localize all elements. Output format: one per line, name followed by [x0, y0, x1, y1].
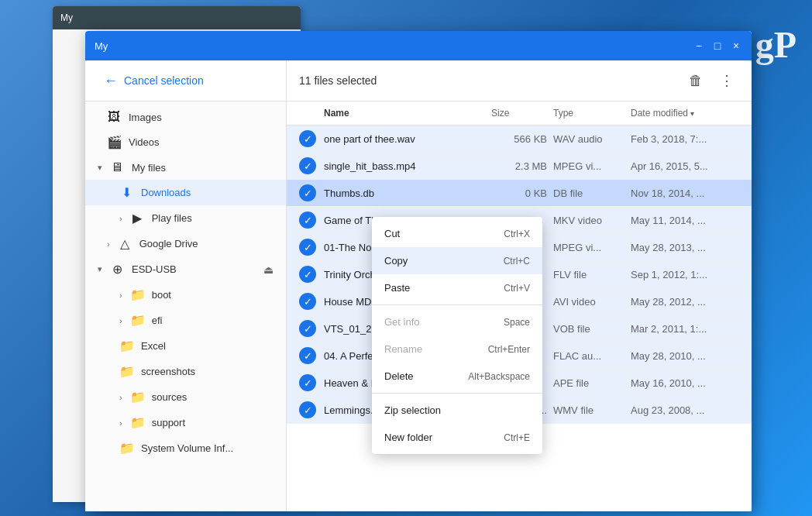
sidebar-item-label: ESD-USB	[132, 263, 177, 275]
file-name: single_hit_bass.mp4	[324, 160, 491, 172]
context-menu-copy[interactable]: Copy Ctrl+C	[372, 247, 542, 274]
folder-icon: 📁	[119, 339, 133, 353]
folder-icon: 📁	[130, 390, 144, 404]
gp-logo: gP	[755, 23, 797, 66]
checkbox-checked: ✓	[299, 184, 316, 201]
titlebar-controls: − □ ×	[693, 40, 742, 52]
usb-icon: ⊕	[110, 262, 124, 277]
context-menu-getinfo: Get info Space	[372, 308, 542, 335]
sidebar-item-label: Videos	[129, 136, 160, 148]
checkbox-checked: ✓	[299, 239, 316, 256]
delete-shortcut: Alt+Backspace	[468, 371, 530, 382]
files-selected-label: 11 files selected	[299, 74, 377, 87]
col-size-header: Size	[491, 108, 553, 119]
table-row[interactable]: ✓ single_hit_bass.mp4 2.3 MB MPEG vi... …	[287, 153, 752, 180]
checkbox-checked: ✓	[299, 157, 316, 174]
sidebar-item-support[interactable]: › 📁 support	[85, 410, 286, 435]
table-row[interactable]: ✓ one part of thee.wav 566 KB WAV audio …	[287, 126, 752, 153]
sidebar-item-screenshots[interactable]: 📁 screenshots	[85, 359, 286, 384]
checkbox-checked: ✓	[299, 347, 316, 364]
sidebar-item-label: sources	[152, 391, 188, 403]
col-type-header: Type	[553, 108, 631, 119]
titlebar-left: My	[95, 40, 108, 52]
newfolder-label: New folder	[384, 432, 432, 443]
eject-icon[interactable]: ⏏	[263, 263, 274, 276]
window-body-inner: 🖼 Images 🎬 Videos ▾ 🖥 My files ⬇	[85, 101, 752, 511]
file-type: MKV video	[553, 215, 631, 226]
context-menu-zip[interactable]: Zip selection	[372, 397, 542, 424]
sidebar-item-label: efi	[152, 315, 163, 326]
checkbox-checked: ✓	[299, 320, 316, 337]
file-type: MPEG vi...	[553, 160, 631, 172]
sidebar-item-playfiles[interactable]: › ▶ Play files	[85, 205, 286, 231]
file-date: May 11, 2014, ...	[631, 215, 739, 226]
rename-label: Rename	[384, 343, 422, 355]
maximize-button[interactable]: □	[711, 40, 724, 52]
file-type: DB file	[553, 187, 631, 199]
context-menu-cut[interactable]: Cut Ctrl+X	[372, 220, 542, 247]
table-row[interactable]: ✓ Thumbs.db 0 KB DB file Nov 18, 2014, .…	[287, 180, 752, 207]
more-options-button[interactable]: ⋮	[714, 68, 739, 93]
titlebar-title: My	[95, 40, 108, 52]
sidebar-item-systemvolume[interactable]: 📁 System Volume Inf...	[85, 435, 286, 461]
file-size: 566 KB	[491, 133, 553, 145]
download-icon: ⬇	[119, 185, 133, 200]
file-date: May 28, 2012, ...	[631, 296, 739, 308]
file-date: Nov 18, 2014, ...	[631, 187, 739, 199]
sidebar-item-label: Play files	[152, 212, 192, 224]
delete-button[interactable]: 🗑	[683, 68, 708, 93]
file-date: Apr 16, 2015, 5...	[631, 160, 739, 172]
sidebar-item-excel[interactable]: 📁 Excel	[85, 333, 286, 359]
sidebar-item-efi[interactable]: › 📁 efi	[85, 308, 286, 333]
expand-icon: ›	[107, 239, 110, 249]
close-button[interactable]: ×	[730, 40, 742, 52]
sidebar-item-images[interactable]: 🖼 Images	[85, 105, 286, 129]
minimize-button[interactable]: −	[693, 40, 705, 52]
play-icon: ▶	[130, 211, 144, 225]
getinfo-label: Get info	[384, 316, 420, 328]
sidebar-item-googledrive[interactable]: › △ Google Drive	[85, 231, 286, 256]
context-menu-paste[interactable]: Paste Ctrl+V	[372, 274, 542, 301]
back-arrow-icon: ←	[104, 74, 118, 88]
sidebar-item-label: Google Drive	[139, 238, 198, 249]
file-name: one part of thee.wav	[324, 133, 491, 145]
context-menu-newfolder[interactable]: New folder Ctrl+E	[372, 424, 542, 451]
sidebar-item-downloads[interactable]: ⬇ Downloads	[85, 180, 286, 205]
copy-label: Copy	[384, 255, 408, 267]
sidebar: 🖼 Images 🎬 Videos ▾ 🖥 My files ⬇	[85, 101, 287, 511]
sidebar-item-esdusb[interactable]: ▾ ⊕ ESD-USB ⏏	[85, 256, 286, 282]
context-menu-delete[interactable]: Delete Alt+Backspace	[372, 363, 542, 390]
sort-icon: ▾	[690, 109, 694, 118]
sidebar-item-videos[interactable]: 🎬 Videos	[85, 129, 286, 155]
file-type: FLAC au...	[553, 350, 631, 362]
file-type: FLV file	[553, 269, 631, 280]
file-date: Feb 3, 2018, 7:...	[631, 133, 739, 145]
sidebar-item-boot[interactable]: › 📁 boot	[85, 282, 286, 308]
sidebar-item-label: System Volume Inf...	[141, 442, 233, 454]
file-date: May 16, 2010, ...	[631, 377, 739, 389]
file-size: 2.3 MB	[491, 160, 553, 172]
sidebar-item-label: screenshots	[141, 366, 195, 377]
sidebar-item-sources[interactable]: › 📁 sources	[85, 384, 286, 410]
file-type: APE file	[553, 377, 631, 389]
checkbox-checked: ✓	[299, 374, 316, 391]
sidebar-item-myfiles[interactable]: ▾ 🖥 My files	[85, 155, 286, 180]
checkbox-checked: ✓	[299, 266, 316, 283]
file-size: 0 KB	[491, 187, 553, 199]
file-date: May 28, 2013, ...	[631, 242, 739, 253]
file-type: AVI video	[553, 296, 631, 308]
sidebar-item-label: support	[152, 417, 185, 428]
checkbox-checked: ✓	[299, 293, 316, 310]
titlebar: My − □ ×	[85, 31, 752, 60]
right-panel: Name Size Type Date modified ▾ ✓ one par…	[287, 101, 752, 511]
bg-window-title: My	[60, 12, 73, 23]
file-type: WMV file	[553, 404, 631, 416]
file-type: MPEG vi...	[553, 242, 631, 253]
file-date: Mar 2, 2011, 1:...	[631, 323, 739, 335]
cancel-selection-button[interactable]: ← Cancel selection	[98, 69, 210, 92]
expand-icon: ›	[119, 291, 122, 300]
main-window: My − □ × ← Cancel selection 11 files sel…	[85, 31, 752, 511]
file-date: Aug 23, 2008, ...	[631, 404, 739, 416]
folder-icon: 📁	[130, 313, 144, 328]
context-menu-divider	[372, 304, 542, 305]
